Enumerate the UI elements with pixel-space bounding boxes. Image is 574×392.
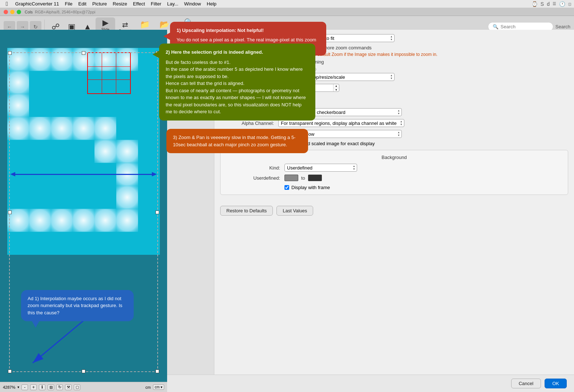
minimize-button[interactable] bbox=[10, 10, 15, 14]
browser-icon: 📁 bbox=[140, 20, 150, 29]
swatch-right[interactable] bbox=[308, 175, 322, 181]
window-titlebar: Cols RGB+Alpha/8, 2546×80px@72ppi bbox=[0, 8, 574, 16]
status-icon-1: ⌚ bbox=[531, 1, 538, 7]
unit-label: cm bbox=[145, 385, 151, 389]
menubar:  GraphicConverter 11 File Edit Picture … bbox=[0, 0, 574, 8]
kind-select[interactable]: Userdefined bbox=[285, 164, 357, 171]
unit-dropdown[interactable]: cm ▾ bbox=[153, 384, 164, 390]
bubble4-arrow bbox=[32, 321, 39, 328]
folders-icon: 📂 bbox=[159, 20, 169, 29]
menu-effect[interactable]: Effect bbox=[130, 1, 148, 7]
menu-edit[interactable]: Edit bbox=[75, 1, 89, 7]
status-icon-2: S bbox=[541, 1, 544, 7]
bubble1-title: 1) Upscaling interpolation: Not helpful! bbox=[177, 27, 320, 34]
bubble2-title: 2) Here the selection grid is indeed ali… bbox=[166, 49, 309, 56]
restore-buttons: Restore to Defaults Last Values bbox=[220, 202, 568, 219]
display-frame-label: Display with frame bbox=[291, 185, 330, 190]
annotation-bubble-4: Ad 1) Interpolation maybe occurs as I di… bbox=[21, 290, 134, 322]
background-group: Background Kind: Userdefined ▲ ▼ bbox=[220, 150, 568, 195]
image-statusbar: 4287% ▾ - + ℹ ▨ ↻ ⚒ ▢ cm cm ▾ bbox=[0, 382, 167, 392]
pixel-down-btn[interactable]: ▼ bbox=[334, 88, 339, 92]
restore-defaults-button[interactable]: Restore to Defaults bbox=[220, 206, 273, 216]
menu-help[interactable]: Help bbox=[204, 1, 219, 7]
ok-button[interactable]: OK bbox=[545, 379, 567, 388]
status-icon-3: d bbox=[547, 1, 550, 7]
menu-resize[interactable]: Resize bbox=[110, 1, 130, 7]
kind-label: Kind: bbox=[226, 165, 284, 171]
menu-picture[interactable]: Picture bbox=[89, 1, 110, 7]
kind-row: Kind: Userdefined ▲ ▼ bbox=[226, 164, 562, 172]
menu-lay[interactable]: Lay... bbox=[164, 1, 181, 7]
apple-menu[interactable]:  bbox=[3, 1, 11, 7]
bubble1-arrow bbox=[163, 33, 170, 40]
convert-icon: ⇄ bbox=[122, 20, 128, 29]
to-text: to bbox=[301, 175, 305, 181]
background-title: Background bbox=[226, 155, 562, 160]
traffic-lights[interactable] bbox=[4, 10, 21, 14]
userdefined-label: Userdefined: bbox=[226, 175, 284, 181]
pixel-stepper-buttons: ▲ ▼ bbox=[333, 84, 339, 91]
image-area: 4287% ▾ - + ℹ ▨ ↻ ⚒ ▢ cm cm ▾ bbox=[0, 30, 167, 392]
zoom-minus-btn[interactable]: - bbox=[21, 384, 28, 390]
menu-app[interactable]: GraphicConverter 11 bbox=[12, 1, 62, 7]
alpha2-control: For transparent regions, display alpha c… bbox=[278, 119, 568, 127]
zoom-plus-btn[interactable]: + bbox=[30, 384, 37, 390]
dialog-footer: Cancel OK bbox=[167, 375, 574, 392]
interp-control: High - very slow ▲ ▼ bbox=[278, 130, 568, 138]
search-label: Search bbox=[555, 24, 570, 29]
display-frame-row: Display with frame bbox=[284, 185, 562, 190]
handle-br[interactable] bbox=[155, 369, 159, 373]
close-button[interactable] bbox=[4, 10, 8, 14]
last-values-button[interactable]: Last Values bbox=[276, 206, 313, 216]
alpha2-select[interactable]: For transparent regions, display alpha c… bbox=[279, 119, 404, 127]
menu-file[interactable]: File bbox=[62, 1, 76, 7]
userdefined-row: Userdefined: to bbox=[226, 175, 562, 181]
pixel-up-btn[interactable]: ▲ bbox=[334, 84, 339, 88]
slideshow-icon: ▶ bbox=[102, 18, 109, 28]
annotation-bubble-3: 3) Zoom & Pan is veeeeery slow in that m… bbox=[166, 129, 308, 153]
handle-bm[interactable] bbox=[82, 369, 85, 373]
bubble4-text: Ad 1) Interpolation maybe occurs as I di… bbox=[28, 295, 127, 317]
menu-filter[interactable]: Filter bbox=[148, 1, 164, 7]
rotate-btn[interactable]: ↻ bbox=[56, 384, 63, 390]
zoom-dropdown-arrow[interactable]: ▾ bbox=[17, 385, 19, 389]
handle-bl[interactable] bbox=[8, 369, 12, 373]
search-input[interactable] bbox=[501, 24, 549, 29]
clock-icon: 🕐 bbox=[559, 1, 565, 7]
kind-select-box: Userdefined ▲ ▼ bbox=[284, 164, 357, 172]
annotation-bubble-2: 2) Here the selection grid is indeed ali… bbox=[159, 44, 315, 121]
userdefined-control: to bbox=[284, 175, 322, 181]
window-title: Cols bbox=[25, 10, 33, 14]
tools-btn[interactable]: ⚒ bbox=[65, 384, 72, 390]
alpha1-control: Display alpha as checkerboard ▲ ▼ bbox=[278, 108, 568, 116]
maximize-button[interactable] bbox=[17, 10, 21, 14]
alpha2-label: Alpha Channel: bbox=[220, 121, 278, 126]
display-frame-checkbox[interactable] bbox=[284, 185, 289, 190]
bubble2-text: But de facto useless due to #1. In the c… bbox=[166, 59, 309, 115]
image-canvas[interactable] bbox=[7, 48, 160, 255]
swatch-left[interactable] bbox=[284, 175, 298, 181]
window-subtitle: RGB+Alpha/8, 2546×80px@72ppi bbox=[35, 10, 96, 14]
bubble3-text: 3) Zoom & Pan is veeeeery slow in that m… bbox=[173, 134, 302, 148]
bluetooth-icon: ⎅ bbox=[568, 1, 571, 7]
display-frame-control: Display with frame bbox=[284, 185, 330, 190]
bubble2-arrow bbox=[153, 51, 159, 58]
info-btn[interactable]: ℹ bbox=[39, 384, 45, 390]
bottom-spacer bbox=[220, 195, 568, 202]
zoom-display: 4287% bbox=[3, 385, 15, 389]
hist-btn[interactable]: ▨ bbox=[48, 384, 54, 390]
search-icon: 🔍 bbox=[493, 24, 498, 29]
copy-btn[interactable]: ▢ bbox=[74, 384, 80, 390]
cancel-button[interactable]: Cancel bbox=[511, 379, 541, 388]
status-icon-4: ☰ bbox=[553, 1, 556, 6]
menu-window[interactable]: Window bbox=[181, 1, 204, 7]
